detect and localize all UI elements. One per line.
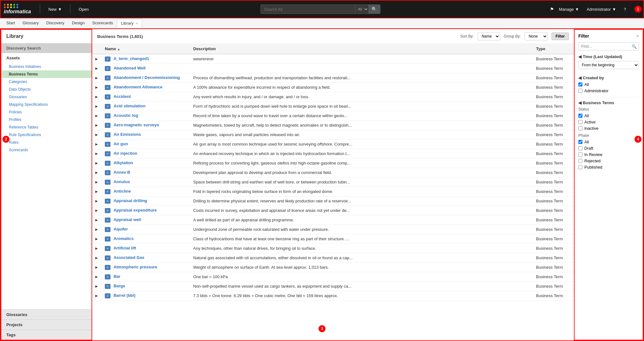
filter-phase-draft-checkbox[interactable]: [578, 146, 582, 150]
row-term-name[interactable]: Alkylation: [114, 160, 133, 165]
row-name[interactable]: ≡ Air injection: [102, 149, 190, 159]
row-expander[interactable]: ▶: [92, 130, 102, 140]
filter-button[interactable]: Filter: [552, 33, 569, 40]
row-name[interactable]: ≡ Alkylation: [102, 159, 190, 168]
tab-library[interactable]: Library ×: [117, 19, 142, 28]
row-term-name[interactable]: Air gun: [114, 141, 128, 146]
group-by-select[interactable]: None Type Status: [525, 32, 548, 40]
tab-design[interactable]: Design: [68, 19, 88, 28]
row-term-name[interactable]: Artificial lift: [114, 246, 136, 250]
row-name[interactable]: ≡ A_term_changed1: [102, 54, 190, 64]
row-name[interactable]: ≡ Air gun: [102, 140, 190, 149]
filter-phase-rejected-checkbox[interactable]: [578, 159, 582, 163]
row-term-name[interactable]: Bar: [114, 274, 121, 279]
row-term-name[interactable]: Aquifer: [114, 227, 128, 231]
row-name[interactable]: ≡ Appraisal drilling: [102, 196, 190, 206]
row-name[interactable]: ≡ Bar: [102, 272, 190, 282]
help-button[interactable]: ?: [621, 6, 629, 13]
row-expander[interactable]: ▶: [92, 215, 102, 225]
row-name[interactable]: ≡ Atmospheric pressure: [102, 263, 190, 272]
row-name[interactable]: ≡ Acid stimulation: [102, 102, 190, 111]
row-term-name[interactable]: Annex B: [114, 170, 130, 175]
tab-glossary[interactable]: Glossary: [19, 19, 42, 28]
row-expander[interactable]: ▶: [92, 92, 102, 102]
sidebar-item-profiles[interactable]: Profiles: [1, 116, 92, 123]
sidebar-item-scorecards[interactable]: Scorecards: [1, 146, 92, 154]
filter-phase-published-checkbox[interactable]: [578, 165, 582, 169]
row-term-name[interactable]: Associated Gas: [114, 255, 145, 260]
row-term-name[interactable]: Abandoned Well: [114, 66, 146, 70]
row-name[interactable]: ≡ Barge: [102, 282, 190, 291]
row-expander[interactable]: ▶: [92, 83, 102, 92]
sidebar-item-business-initiatives[interactable]: Business Initiatives: [1, 63, 92, 70]
row-term-name[interactable]: Abandonment / Decommissioning: [114, 75, 180, 80]
row-expander[interactable]: ▶: [92, 234, 102, 244]
row-term-name[interactable]: Annulus: [114, 179, 130, 184]
search-input[interactable]: [261, 5, 355, 14]
row-expander[interactable]: ▶: [92, 168, 102, 177]
table-scroll[interactable]: Name ▲ Description Type ▶ ≡ A_term_chang…: [92, 44, 574, 340]
manage-button[interactable]: Manage ▼: [557, 6, 582, 13]
row-term-name[interactable]: Appraisal expenditure: [114, 208, 157, 212]
sidebar-item-mapping-specifications[interactable]: Mapping Specifications: [1, 101, 92, 108]
row-name[interactable]: ≡ Acoustic log: [102, 111, 190, 121]
row-expander[interactable]: ▶: [92, 111, 102, 121]
row-expander[interactable]: ▶: [92, 263, 102, 272]
row-term-name[interactable]: Acoustic log: [114, 113, 138, 118]
row-term-name[interactable]: Abandonment Allowance: [114, 85, 163, 89]
filter-status-inactive-checkbox[interactable]: [578, 126, 582, 130]
row-term-name[interactable]: Atmospheric pressure: [114, 265, 157, 269]
row-name[interactable]: ≡ Aquifer: [102, 225, 190, 234]
row-expander[interactable]: ▶: [92, 149, 102, 159]
tab-discovery[interactable]: Discovery: [43, 19, 68, 28]
row-term-name[interactable]: Aromatics: [114, 236, 134, 241]
sidebar-projects[interactable]: Projects: [1, 320, 92, 330]
administrator-button[interactable]: Administrator ▼: [584, 6, 618, 13]
row-expander[interactable]: ▶: [92, 206, 102, 215]
row-expander[interactable]: ▶: [92, 196, 102, 206]
search-scope-select[interactable]: All: [355, 6, 368, 13]
row-expander[interactable]: ▶: [92, 102, 102, 111]
row-expander[interactable]: ▶: [92, 177, 102, 187]
row-expander[interactable]: ▶: [92, 73, 102, 83]
filter-created-all-checkbox[interactable]: [578, 82, 582, 87]
row-name[interactable]: ≡ Aero-magnetic surveys: [102, 121, 190, 130]
sidebar-discovery-search[interactable]: Discovery Search: [1, 43, 92, 53]
row-expander[interactable]: ▶: [92, 253, 102, 263]
row-expander[interactable]: ▶: [92, 54, 102, 64]
row-expander[interactable]: ▶: [92, 64, 102, 73]
filter-created-admin-checkbox[interactable]: [578, 89, 582, 93]
filter-search-input[interactable]: [579, 43, 630, 50]
col-name[interactable]: Name ▲: [102, 44, 190, 54]
row-name[interactable]: ≡ Abandoned Well: [102, 64, 190, 73]
sidebar-item-glossaries[interactable]: Glossaries: [1, 93, 92, 101]
row-expander[interactable]: ▶: [92, 282, 102, 291]
row-name[interactable]: ≡ Abandonment / Decommissioning: [102, 73, 190, 83]
filter-status-active-checkbox[interactable]: [578, 120, 582, 124]
tab-scorecards[interactable]: Scorecards: [88, 19, 117, 28]
sidebar-tags[interactable]: Tags: [1, 330, 92, 340]
sidebar-item-business-terms[interactable]: Business Terms: [1, 70, 92, 78]
filter-close-button[interactable]: ×: [636, 33, 639, 39]
row-term-name[interactable]: Barrel (bbl): [114, 293, 135, 298]
row-name[interactable]: ≡ Appraisal expenditure: [102, 206, 190, 215]
row-term-name[interactable]: Aero-magnetic surveys: [114, 123, 159, 127]
sidebar-item-rule-specifications[interactable]: Rule Specifications: [1, 131, 92, 139]
row-term-name[interactable]: Barge: [114, 284, 125, 288]
tab-start[interactable]: Start: [3, 19, 19, 28]
new-button[interactable]: New ▼: [46, 6, 64, 13]
row-name[interactable]: ≡ Barrel (bbl): [102, 291, 190, 301]
row-expander[interactable]: ▶: [92, 140, 102, 149]
tab-library-close[interactable]: ×: [136, 21, 138, 25]
row-expander[interactable]: ▶: [92, 187, 102, 196]
row-name[interactable]: ≡ Annex B: [102, 168, 190, 177]
row-name[interactable]: ≡ Abandonment Allowance: [102, 83, 190, 92]
sidebar-item-rules[interactable]: Rules: [1, 139, 92, 146]
row-name[interactable]: ≡ Air Emissions: [102, 130, 190, 140]
row-name[interactable]: ≡ Accident: [102, 92, 190, 102]
sort-by-select[interactable]: Name Date Type: [478, 32, 500, 40]
row-expander[interactable]: ▶: [92, 291, 102, 301]
filter-time-select[interactable]: From the beginning Last 7 days Last 30 d…: [578, 61, 639, 69]
row-term-name[interactable]: Air Emissions: [114, 132, 141, 137]
row-term-name[interactable]: Air injection: [114, 151, 137, 156]
